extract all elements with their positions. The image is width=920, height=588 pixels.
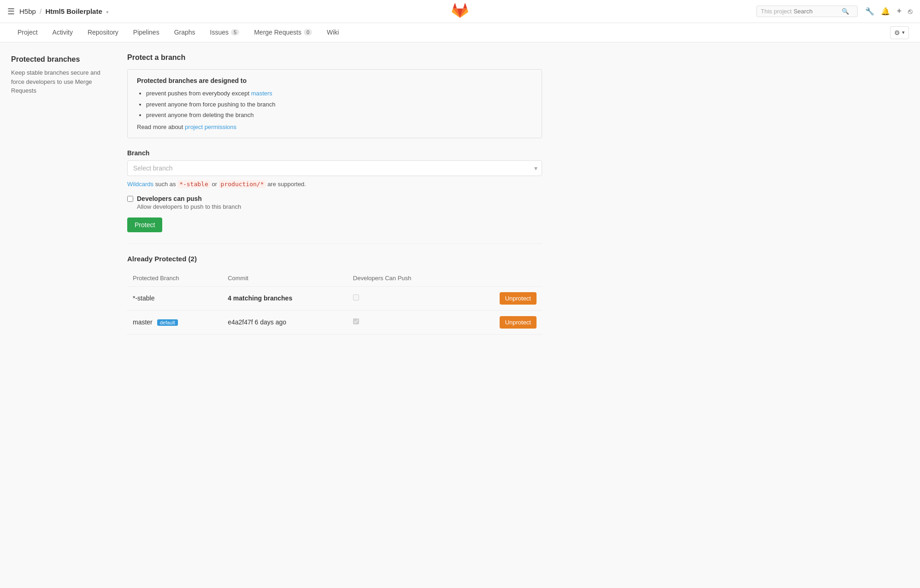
nav-center <box>452 2 468 20</box>
dev-push-master-checkbox <box>353 318 359 324</box>
hamburger-icon[interactable]: ☰ <box>7 6 15 17</box>
wildcard1-code: *-stable <box>177 180 210 188</box>
table-body: *-stable 4 matching branches Unprotect m… <box>127 286 542 334</box>
section-title: Protect a branch <box>127 53 542 62</box>
wildcards-link[interactable]: Wildcards <box>127 181 153 188</box>
subnav-item-pipelines[interactable]: Pipelines <box>127 23 166 42</box>
unprotect-button-stable[interactable]: Unprotect <box>500 292 537 305</box>
info-box-list: prevent pushes from everybody except mas… <box>146 89 532 120</box>
table-row: *-stable 4 matching branches Unprotect <box>127 286 542 310</box>
breadcrumb-caret: ▾ <box>106 9 109 15</box>
protect-button[interactable]: Protect <box>127 218 162 232</box>
dev-push-master <box>348 310 462 334</box>
subnav-item-issues[interactable]: Issues 5 <box>204 23 246 42</box>
subnav-item-activity[interactable]: Activity <box>46 23 79 42</box>
table-head: Protected Branch Commit Developers Can P… <box>127 270 542 287</box>
wildcards-text: Wildcards such as *-stable or production… <box>127 181 542 188</box>
breadcrumb-org[interactable]: H5bp <box>19 7 36 15</box>
section-divider <box>127 243 542 244</box>
gitlab-logo <box>452 2 468 19</box>
subnav-item-wiki[interactable]: Wiki <box>320 23 345 42</box>
sub-nav: Project Activity Repository Pipelines Gr… <box>0 23 920 42</box>
info-box: Protected branches are designed to preve… <box>127 69 542 138</box>
dev-push-stable-checkbox <box>353 294 359 300</box>
search-box[interactable]: This project 🔍 <box>756 6 858 17</box>
dev-push-checkbox[interactable] <box>127 196 133 202</box>
subnav-item-merge-requests[interactable]: Merge Requests 0 <box>248 23 318 42</box>
subnav-item-project[interactable]: Project <box>11 23 44 42</box>
col-dev-push: Developers Can Push <box>348 270 462 287</box>
col-commit: Commit <box>222 270 348 287</box>
issues-badge: 5 <box>231 29 239 35</box>
actions-stable: Unprotect <box>462 286 542 310</box>
subnav-item-repository[interactable]: Repository <box>81 23 125 42</box>
checkbox-label[interactable]: Developers can push <box>137 195 202 202</box>
info-box-read-more: Read more about project permissions <box>137 123 532 130</box>
project-permissions-link[interactable]: project permissions <box>185 123 236 130</box>
checkbox-text: Developers can push Allow developers to … <box>137 195 241 210</box>
sidebar: Protected branches Keep stable branches … <box>11 53 112 335</box>
subnav-item-graphs[interactable]: Graphs <box>168 23 202 42</box>
wildcard2-code: production/* <box>219 180 266 188</box>
unprotect-button-master[interactable]: Unprotect <box>500 316 537 329</box>
info-box-title: Protected branches are designed to <box>137 77 532 84</box>
col-branch: Protected Branch <box>127 270 222 287</box>
checkbox-hint: Allow developers to push to this branch <box>137 203 241 210</box>
merge-requests-badge: 0 <box>304 29 312 35</box>
bell-icon[interactable]: 🔔 <box>881 7 890 16</box>
breadcrumb-separator: / <box>40 7 41 15</box>
search-input[interactable] <box>794 8 840 15</box>
sidebar-title: Protected branches <box>11 55 112 64</box>
commit-stable: 4 matching branches <box>222 286 348 310</box>
branch-label: Branch <box>127 149 542 157</box>
nav-right: This project 🔍 🔧 🔔 + ⎋ <box>756 6 913 17</box>
main-area: Protect a branch Protected branches are … <box>127 53 542 335</box>
breadcrumb: H5bp / Html5 Boilerplate ▾ <box>19 7 109 15</box>
branch-name-stable: *-stable <box>127 286 222 310</box>
actions-master: Unprotect <box>462 310 542 334</box>
table-row: master default e4a2f47f 6 days ago Unpro… <box>127 310 542 334</box>
branch-name-master: master default <box>127 310 222 334</box>
sub-nav-right: ⚙ ▾ <box>890 26 909 39</box>
commit-master: e4a2f47f 6 days ago <box>222 310 348 334</box>
breadcrumb-repo[interactable]: Html5 Boilerplate <box>45 7 102 15</box>
info-bullet-3: prevent anyone from deleting the branch <box>146 111 532 120</box>
branch-form: Branch Select branch Wildcards such as *… <box>127 149 542 232</box>
main-content: Protected branches Keep stable branches … <box>0 42 553 346</box>
sub-nav-items: Project Activity Repository Pipelines Gr… <box>11 23 890 42</box>
masters-link[interactable]: masters <box>251 90 272 97</box>
protected-table: Protected Branch Commit Developers Can P… <box>127 270 542 335</box>
info-bullet-2: prevent anyone from force pushing to the… <box>146 100 532 109</box>
commit-text-stable: 4 matching branches <box>228 294 292 302</box>
signout-icon[interactable]: ⎋ <box>908 7 913 16</box>
search-icon: 🔍 <box>842 8 849 15</box>
settings-button[interactable]: ⚙ ▾ <box>890 26 909 39</box>
info-bullet-1: prevent pushes from everybody except mas… <box>146 89 532 98</box>
plus-icon[interactable]: + <box>896 6 902 16</box>
top-nav: ☰ H5bp / Html5 Boilerplate ▾ This projec… <box>0 0 920 23</box>
col-actions <box>462 270 542 287</box>
search-project-label: This project <box>761 8 791 15</box>
nav-left: ☰ H5bp / Html5 Boilerplate ▾ <box>7 6 109 17</box>
table-header-row: Protected Branch Commit Developers Can P… <box>127 270 542 287</box>
already-protected-title: Already Protected (2) <box>127 255 542 263</box>
dev-push-stable <box>348 286 462 310</box>
branch-select[interactable]: Select branch <box>127 160 542 176</box>
sidebar-description: Keep stable branches secure and force de… <box>11 68 112 95</box>
default-badge: default <box>157 319 178 326</box>
select-wrapper: Select branch <box>127 160 542 176</box>
wrench-icon[interactable]: 🔧 <box>865 7 874 16</box>
checkbox-group: Developers can push Allow developers to … <box>127 195 542 210</box>
nav-icons: 🔧 🔔 + ⎋ <box>865 6 913 16</box>
